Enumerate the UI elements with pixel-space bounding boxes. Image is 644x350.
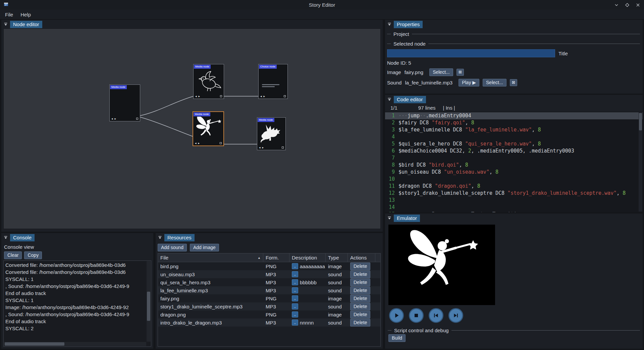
image-select-button[interactable]: Select... xyxy=(429,68,453,76)
menu-file[interactable]: File xyxy=(1,11,17,18)
code-line[interactable]: 5$qui_sera_le_hero DC8 "qui_sera_le_hero… xyxy=(385,140,643,148)
table-row[interactable]: qui_sera_le_hero.mp3MP3..bbbbbbsoundDele… xyxy=(158,278,380,286)
code-line[interactable]: 4 xyxy=(385,133,643,140)
delete-button[interactable]: Delete xyxy=(350,303,370,310)
table-row[interactable]: story1_drako_luminelle_sceptre.mp3MP3..s… xyxy=(158,302,380,310)
edit-description-button[interactable]: .. xyxy=(292,303,298,309)
node-media-fairy[interactable]: Media node xyxy=(193,111,224,146)
node-media-dragon[interactable]: Media node ◂▸ xyxy=(257,117,286,150)
node-prev-icon[interactable]: ◂ xyxy=(195,95,197,98)
node-next-icon[interactable]: ▸ xyxy=(198,141,200,145)
node-canvas[interactable]: Media node ◂▸ Media node xyxy=(3,28,381,229)
code-line[interactable]: 15 Personnage Text Transition xyxy=(385,211,643,212)
code-line[interactable]: 2$fairy DC8 "fairy.qoi", 8 xyxy=(385,119,643,126)
emulator-tab[interactable]: Emulator xyxy=(394,215,420,222)
edit-description-button[interactable]: .. xyxy=(292,319,298,326)
delete-button[interactable]: Delete xyxy=(350,311,370,318)
code-line[interactable]: 12$story1_drako_luminelle_sceptre DC8 "s… xyxy=(385,190,643,197)
node-prev-icon[interactable]: ◂ xyxy=(111,117,113,120)
column-header-actions[interactable]: Actions xyxy=(348,253,375,262)
code-text-area[interactable]: 1···jump··.mediaEntry00042$fairy DC8 "fa… xyxy=(385,112,643,212)
node-socket[interactable] xyxy=(220,142,222,144)
node-next-icon[interactable]: ▸ xyxy=(115,117,116,120)
node-media-intro[interactable]: Media node ◂▸ xyxy=(109,84,140,121)
sound-play-button[interactable]: Play ▶ xyxy=(459,79,479,86)
code-editor-tab[interactable]: Code editor xyxy=(394,96,426,103)
minimize-button[interactable] xyxy=(614,2,619,8)
step-forward-button[interactable] xyxy=(448,308,463,323)
node-socket[interactable] xyxy=(220,95,222,97)
node-media-bird[interactable]: Media node ◂▸ xyxy=(193,64,224,99)
maximize-button[interactable] xyxy=(625,2,630,8)
console-output[interactable]: Converted file: /home/anthony/ostproj/ba… xyxy=(3,260,151,347)
delete-button[interactable]: Delete xyxy=(350,279,370,286)
node-prev-icon[interactable]: ◂ xyxy=(259,146,261,149)
edit-description-button[interactable]: .. xyxy=(292,295,298,301)
node-controls[interactable]: ◂▸ xyxy=(195,141,222,145)
collapse-icon[interactable] xyxy=(387,216,391,221)
table-row[interactable]: la_fee_luminelle.mp3MP3..soundDelete xyxy=(158,286,380,294)
code-line[interactable]: 7 xyxy=(385,155,643,162)
delete-button[interactable]: Delete xyxy=(350,295,370,302)
delete-button[interactable]: Delete xyxy=(350,262,370,270)
add-image-button[interactable]: Add image xyxy=(190,244,219,251)
code-line[interactable]: 10 xyxy=(385,176,643,183)
node-socket[interactable] xyxy=(284,95,286,97)
title-input[interactable] xyxy=(387,49,555,57)
node-header[interactable]: Media node xyxy=(194,112,210,116)
code-line[interactable]: 11$dragon DC8 "dragon.qoi", 8 xyxy=(385,183,643,190)
properties-tab[interactable]: Properties xyxy=(394,21,423,28)
collapse-icon[interactable] xyxy=(4,22,8,27)
collapse-icon[interactable] xyxy=(158,235,162,241)
node-header[interactable]: Media node xyxy=(194,65,211,69)
code-line[interactable]: 13 xyxy=(385,197,643,204)
node-editor-tab[interactable]: Node editor xyxy=(10,21,42,28)
menu-help[interactable]: Help xyxy=(17,11,35,18)
code-scrollbar[interactable] xyxy=(639,112,642,212)
edit-description-button[interactable]: .. xyxy=(292,311,298,317)
node-controls[interactable]: ◂▸ xyxy=(260,95,286,98)
table-row[interactable]: bird.pngPNG..aaaaaaaaaimageDelete xyxy=(158,262,380,270)
node-next-icon[interactable]: ▸ xyxy=(264,95,265,98)
delete-button[interactable]: Delete xyxy=(350,319,370,327)
copy-button[interactable]: Copy xyxy=(24,251,42,259)
console-vertical-scrollbar[interactable] xyxy=(147,261,151,342)
edit-description-button[interactable]: .. xyxy=(292,279,298,285)
code-line[interactable]: 1···jump··.mediaEntry0004 xyxy=(385,112,643,119)
edit-description-button[interactable]: .. xyxy=(292,287,298,293)
step-back-button[interactable] xyxy=(429,308,443,323)
edit-description-button[interactable]: .. xyxy=(292,263,298,269)
stop-button[interactable] xyxy=(409,308,424,323)
node-prev-icon[interactable]: ◂ xyxy=(260,95,262,98)
collapse-icon[interactable] xyxy=(387,22,391,27)
node-prev-icon[interactable]: ◂ xyxy=(195,141,197,145)
sound-clear-button[interactable]: ⊠ xyxy=(510,79,517,86)
resources-tab[interactable]: Resources xyxy=(164,234,195,241)
node-header[interactable]: Media node xyxy=(110,85,127,89)
column-header-format[interactable]: Form. xyxy=(263,253,289,262)
collapse-icon[interactable] xyxy=(4,235,8,241)
code-line[interactable]: 8$bird DC8 "bird.qoi", 8 xyxy=(385,162,643,169)
delete-button[interactable]: Delete xyxy=(350,287,370,294)
image-clear-button[interactable]: ⊠ xyxy=(457,69,464,76)
code-line[interactable]: 6$mediaChoice0004 DC32, 2, .mediaEntry00… xyxy=(385,148,643,155)
node-next-icon[interactable]: ▸ xyxy=(262,146,264,149)
close-button[interactable] xyxy=(635,2,641,8)
node-socket[interactable] xyxy=(136,118,138,120)
add-sound-button[interactable]: Add sound xyxy=(158,244,187,251)
play-button[interactable] xyxy=(389,308,404,323)
table-row[interactable]: fairy.pngPNG..imageDelete xyxy=(158,294,380,302)
console-horizontal-scrollbar[interactable] xyxy=(4,342,146,346)
delete-button[interactable]: Delete xyxy=(350,271,370,278)
clear-button[interactable]: Clear xyxy=(4,251,22,259)
node-socket[interactable] xyxy=(282,147,284,149)
node-controls[interactable]: ◂▸ xyxy=(195,95,222,98)
node-choice[interactable]: Choice node ◂▸ xyxy=(258,64,288,99)
node-header[interactable]: Choice node xyxy=(259,65,277,69)
column-header-description[interactable]: Description xyxy=(289,253,326,262)
collapse-icon[interactable] xyxy=(387,97,391,103)
code-line[interactable]: 9$un_oiseau DC8 "un_oiseau.wav", 8 xyxy=(385,169,643,176)
build-button[interactable]: Build xyxy=(388,334,406,342)
code-line[interactable]: 3$la_fee_luminelle DC8 "la_fee_luminelle… xyxy=(385,126,643,133)
node-controls[interactable]: ◂▸ xyxy=(111,117,138,120)
